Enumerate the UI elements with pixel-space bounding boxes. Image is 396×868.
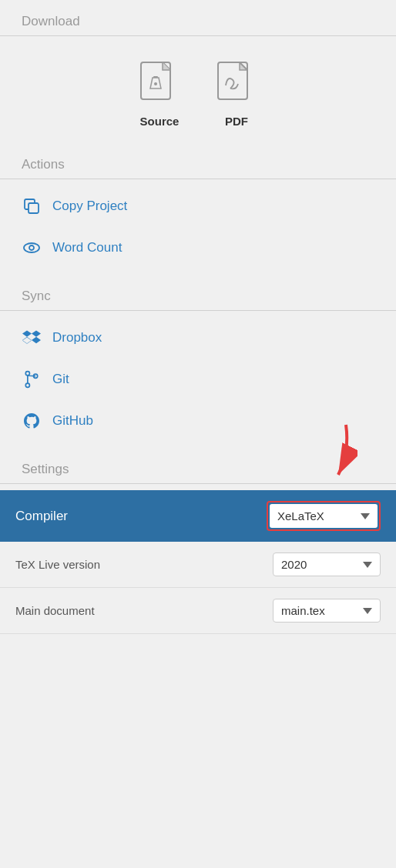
sync-label: Sync [22,289,51,303]
actions-label: Actions [22,157,65,172]
download-source-button[interactable]: Source [139,61,180,128]
download-label: Download [22,14,80,28]
settings-label: Settings [22,462,69,476]
copy-icon [22,196,42,216]
download-icons-container: Source PDF [0,36,396,143]
word-count-button[interactable]: Word Count [0,227,396,269]
tex-live-label: TeX Live version [15,558,100,571]
pdf-label: PDF [225,115,248,128]
svg-point-2 [154,82,157,85]
compiler-select[interactable]: XeLaTeX pdfLaTeX LaTeX LuaLaTeX [270,504,378,528]
github-icon [22,411,42,431]
git-label: Git [52,372,69,387]
main-doc-select[interactable]: main.tex [273,599,381,623]
github-label: GitHub [52,413,93,429]
svg-point-7 [25,372,29,376]
sync-section-header: Sync [0,275,396,310]
git-button[interactable]: Git [0,359,396,400]
svg-rect-4 [29,203,39,213]
svg-point-8 [25,383,29,387]
actions-container: Copy Project Word Count [0,179,396,275]
tex-live-select[interactable]: 2020 2021 2022 2023 [273,553,381,576]
settings-section-header: Settings [0,448,396,483]
download-pdf-button[interactable]: PDF [216,61,257,128]
svg-point-5 [24,243,39,252]
main-panel: Download Source [0,0,396,634]
sync-container: Dropbox Git GitHub [0,311,396,448]
github-button[interactable]: GitHub [0,400,396,442]
copy-project-button[interactable]: Copy Project [0,185,396,227]
source-file-icon [139,61,180,108]
download-section-header: Download [0,0,396,35]
compiler-select-wrapper: XeLaTeX pdfLaTeX LaTeX LuaLaTeX [267,501,381,531]
dropbox-label: Dropbox [52,330,102,346]
pdf-file-icon [216,61,257,108]
eye-icon [22,238,42,258]
main-doc-label: Main document [15,604,95,617]
dropbox-button[interactable]: Dropbox [0,317,396,359]
settings-container: Compiler XeLaTeX pdfLaTeX LaTeX LuaLaTeX… [0,484,396,634]
dropbox-icon [22,328,42,348]
tex-live-row: TeX Live version 2020 2021 2022 2023 [0,542,396,588]
word-count-label: Word Count [52,240,122,255]
source-label: Source [140,115,180,128]
copy-project-label: Copy Project [52,199,127,214]
compiler-row: Compiler XeLaTeX pdfLaTeX LaTeX LuaLaTeX [0,490,396,542]
svg-point-6 [29,245,34,250]
compiler-label: Compiler [15,509,68,524]
main-document-row: Main document main.tex [0,588,396,634]
arrow-annotation-container: Compiler XeLaTeX pdfLaTeX LaTeX LuaLaTeX [0,490,396,542]
git-icon [22,369,42,389]
actions-section-header: Actions [0,143,396,179]
